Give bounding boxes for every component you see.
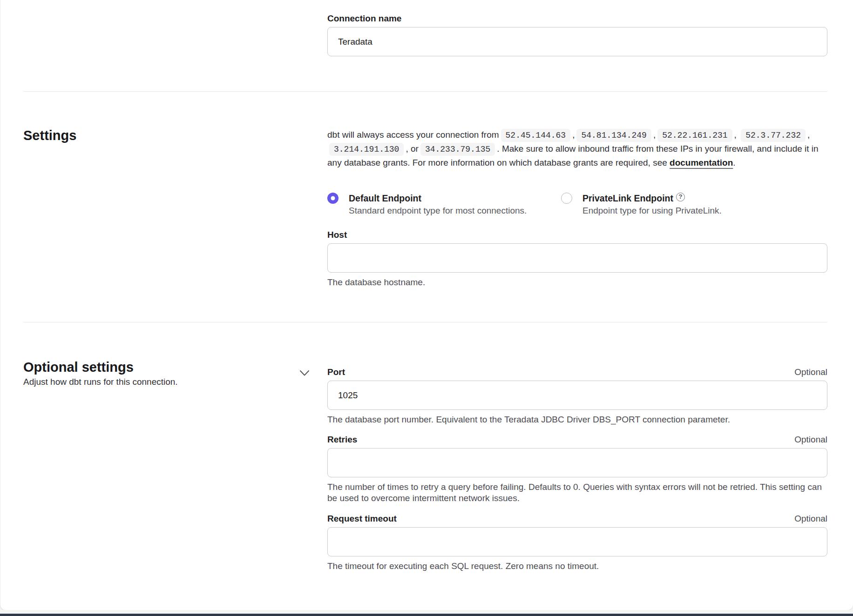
settings-section: Settings dbt will always access your con… (23, 92, 827, 288)
chevron-down-icon (299, 370, 310, 376)
ip-address-chip: 34.233.79.135 (420, 143, 495, 156)
ip-address-chip: 3.214.191.130 (329, 143, 404, 156)
retries-input[interactable] (327, 448, 827, 477)
intro-prefix: dbt will always access your connection f… (327, 130, 499, 140)
ip-address-chip: 52.3.77.232 (741, 129, 806, 142)
retries-field: Retries Optional The number of times to … (327, 434, 827, 504)
connection-name-section: Connection name (23, 0, 827, 56)
page-background-gap (0, 610, 853, 614)
ip-address-chip: 52.22.161.231 (657, 129, 732, 142)
port-label: Port (327, 367, 345, 378)
optional-badge: Optional (794, 434, 827, 445)
privatelink-endpoint-description: Endpoint type for using PrivateLink. (582, 204, 722, 217)
optional-badge: Optional (794, 367, 827, 378)
ip-address-chip: 54.81.134.249 (576, 129, 651, 142)
ip-allowlist-paragraph: dbt will always access your connection f… (327, 128, 827, 170)
optional-settings-subheading: Adjust how dbt runs for this connection. (23, 376, 178, 388)
privatelink-endpoint-label: PrivateLink Endpoint (582, 193, 673, 203)
port-field: Port Optional The database port number. … (327, 367, 827, 425)
radio-unselected-icon[interactable] (561, 193, 572, 204)
default-endpoint-description: Standard endpoint type for most connecti… (349, 204, 527, 217)
port-helper-text: The database port number. Equivalent to … (327, 414, 827, 425)
host-helper-text: The database hostname. (327, 277, 827, 288)
connection-name-label: Connection name (327, 13, 827, 24)
settings-heading: Settings (23, 128, 76, 143)
endpoint-radio-group: Default Endpoint Standard endpoint type … (327, 192, 827, 217)
connection-settings-page: Connection name Settings dbt will always… (0, 0, 853, 610)
host-field: Host The database hostname. (327, 229, 827, 288)
radio-option-default-endpoint[interactable]: Default Endpoint Standard endpoint type … (327, 192, 561, 217)
request-timeout-label: Request timeout (327, 513, 397, 524)
ip-address-chip: 52.45.144.63 (501, 129, 571, 142)
host-input[interactable] (327, 243, 827, 273)
host-label: Host (327, 229, 827, 241)
radio-option-privatelink-endpoint[interactable]: PrivateLink Endpoint? Endpoint type for … (561, 192, 722, 217)
collapse-section-button[interactable] (298, 367, 311, 379)
request-timeout-field: Request timeout Optional The timeout for… (327, 513, 827, 572)
request-timeout-helper-text: The timeout for executing each SQL reque… (327, 561, 827, 572)
optional-settings-heading: Optional settings (23, 360, 178, 375)
documentation-link[interactable]: documentation (670, 158, 733, 167)
help-icon[interactable]: ? (676, 193, 685, 201)
retries-label: Retries (327, 434, 357, 445)
optional-badge: Optional (794, 513, 827, 524)
default-endpoint-label: Default Endpoint (349, 192, 527, 204)
retries-helper-text: The number of times to retry a query bef… (327, 482, 827, 504)
request-timeout-input[interactable] (327, 527, 827, 556)
footer-bar-edge (0, 614, 853, 616)
radio-dot (331, 196, 335, 201)
optional-settings-section: Optional settings Adjust how dbt runs fo… (23, 322, 827, 572)
port-input[interactable] (327, 381, 827, 410)
connection-name-input[interactable] (327, 27, 827, 56)
radio-selected-icon[interactable] (327, 193, 338, 204)
